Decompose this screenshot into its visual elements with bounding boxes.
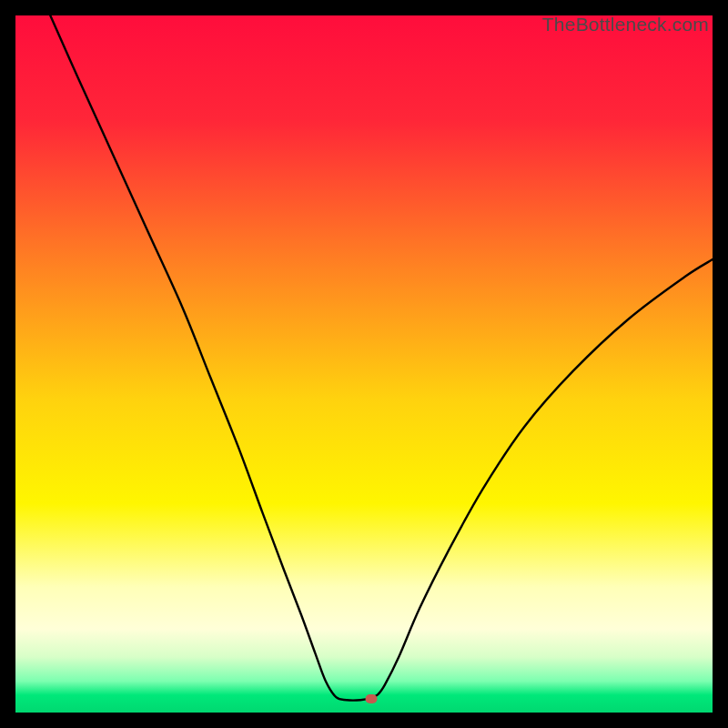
chart-background <box>15 15 713 713</box>
chart-frame: TheBottleneck.com <box>15 15 713 713</box>
optimum-marker <box>365 694 377 703</box>
watermark-text: TheBottleneck.com <box>542 14 709 35</box>
chart-svg <box>15 15 713 713</box>
